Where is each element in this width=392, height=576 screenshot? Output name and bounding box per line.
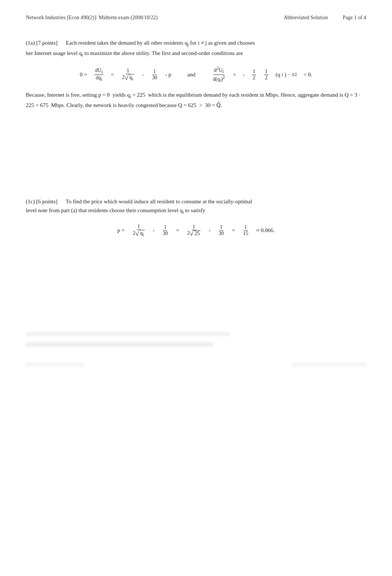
- section-1a-intro: (1a) [7 points] Each resident takes the …: [26, 38, 366, 59]
- redacted-col-right: [292, 362, 366, 370]
- section-1c-text3: to satisfy: [184, 207, 205, 213]
- num-1i: 1: [244, 224, 248, 231]
- section-1a: (1a) [7 points] Each resident takes the …: [26, 38, 366, 110]
- den-2a: 2: [252, 75, 256, 81]
- section-1a-text4: to maximize the above utility. The first…: [83, 50, 243, 56]
- frac-1-2a: 1 2: [252, 69, 256, 81]
- section-1a-text1: Each resident takes the demand by all ot…: [66, 40, 187, 46]
- sqrt-25: √25: [190, 230, 200, 237]
- redacted-line-left: [26, 362, 85, 367]
- redacted-two-col: [26, 362, 366, 370]
- redacted-line-right: [292, 362, 366, 367]
- equals4: =: [232, 227, 235, 234]
- num-1c: 1: [252, 69, 256, 75]
- sqrt-symbol-3: √: [190, 230, 193, 237]
- spacer-r2: [26, 351, 366, 358]
- minus-3: -: [153, 227, 155, 234]
- spacer-2: [26, 251, 366, 310]
- sub-i6: i: [282, 72, 283, 77]
- den-2sqrt-25: 2√25: [186, 230, 201, 237]
- frac-dUi-dqi: dUi dqi: [94, 68, 103, 82]
- num-1e: 1: [137, 224, 141, 230]
- sub-i-eq: i: [130, 94, 131, 99]
- equals3: =: [176, 227, 179, 234]
- minus-4: -: [209, 227, 210, 234]
- sqrt-symbol: √: [125, 75, 128, 81]
- frac-1-2sqrt-25: 1 2√25: [186, 224, 201, 237]
- and-label: and: [188, 72, 196, 78]
- equals1: =: [111, 72, 114, 78]
- sqrt-symbol-2: √: [135, 230, 139, 237]
- spacer-r1: [26, 340, 366, 342]
- frac-half: 1 2√qi: [121, 68, 135, 82]
- minus2: -: [243, 72, 245, 78]
- spacer-1: [26, 123, 366, 197]
- den-30c: 30: [218, 231, 224, 237]
- den-30: 30: [151, 75, 158, 81]
- lt-zero: < 0.: [303, 72, 312, 78]
- den-30b: 30: [162, 231, 169, 237]
- redacted-col-left: [26, 362, 85, 370]
- sqrt-content-25: 25: [194, 230, 200, 237]
- sup-2b: 2: [223, 75, 225, 80]
- num-1f: 1: [163, 224, 167, 231]
- abbreviated-solution-label: Abbreviated Solution: [283, 15, 328, 21]
- sqrt-qi-2: √qi: [135, 230, 145, 237]
- den-2b: 2: [264, 75, 268, 81]
- sqrt-qi: √qi: [125, 74, 134, 82]
- den-15: 15: [243, 231, 249, 237]
- equals2: =: [233, 72, 236, 78]
- section-1c-intro: (1c) [6 points] To find the price which …: [26, 197, 366, 216]
- math-block-foc-soc: 0 = dUi dqi = 1 2√qi - 1 30 - p and: [26, 66, 366, 83]
- section-1c: (1c) [6 points] To find the price which …: [26, 197, 366, 237]
- approx-val: ≈ 0.066.: [257, 227, 275, 234]
- sub-i: i: [102, 70, 103, 75]
- num-1h: 1: [219, 224, 223, 231]
- frac-1-15: 1 15: [243, 224, 249, 237]
- section-1c-text2: level note from part (a) that residents …: [26, 207, 182, 213]
- sup-2: 2: [217, 66, 219, 71]
- section-1a-label: (1a) [7 points]: [26, 40, 58, 46]
- frac-1-30c: 1 30: [218, 224, 224, 237]
- foc-zero: 0 =: [80, 72, 87, 78]
- num-1d: 1: [264, 69, 268, 75]
- section-1a-text3: her Internet usage level q: [26, 50, 82, 56]
- den-dqi2: d(qi)2: [212, 75, 226, 83]
- sub-i5: i: [220, 78, 221, 83]
- section-1c-text1: To find the price which would induce all…: [66, 199, 252, 204]
- frac-1-2b: 1 2: [264, 69, 268, 81]
- frac-den-dqi: dqi: [95, 75, 103, 82]
- sub-i4: i: [223, 70, 224, 75]
- math-block-1c: p = 1 2√qi - 1 30 = 1 2√25 - 1: [26, 224, 366, 237]
- course-title: Network Industries [Econ 490(2)]: Midter…: [26, 15, 283, 21]
- redacted-line-2: [26, 342, 213, 347]
- sqrt-content-qi2: qi: [140, 230, 145, 237]
- p-equals: p =: [117, 227, 125, 234]
- page-number: Page 1 of 4: [343, 15, 366, 21]
- sqrt-content-qi: qi: [129, 74, 134, 82]
- minus-p: - p: [165, 72, 171, 78]
- num-1g: 1: [192, 224, 196, 230]
- section-1c-label: (1c) [6 points]: [26, 199, 58, 204]
- redacted-content: [26, 332, 366, 370]
- bottom-section: [26, 332, 366, 370]
- frac-1-30: 1 30: [151, 69, 158, 81]
- num-d2Ui: d2Ui: [213, 66, 224, 75]
- den-2sqrt: 2√qi: [121, 74, 135, 82]
- sub-i-qi2: i: [143, 232, 144, 237]
- sub-i3: i: [132, 77, 133, 82]
- frac-d2Ui: d2Ui d(qi)2: [212, 66, 226, 83]
- num-1: 1: [126, 68, 130, 74]
- page: Network Industries [Econ 490(2)]: Midter…: [0, 0, 392, 576]
- course-title-text: Network Industries [Econ 490(2)]: Midter…: [26, 15, 158, 20]
- page-header: Network Industries [Econ 490(2)]: Midter…: [26, 15, 366, 21]
- redacted-line-1: [26, 332, 230, 336]
- frac-1-2sqrt-qi: 1 2√qi: [132, 224, 145, 237]
- frac-1-30b: 1 30: [162, 224, 169, 237]
- paragraph-after-foc: Because, Internet is free, setting p = 0…: [26, 90, 366, 110]
- minus1: -: [142, 72, 144, 78]
- sub-i2: i: [101, 77, 102, 82]
- header-right: Abbreviated Solution Page 1 of 4: [283, 15, 366, 21]
- frac-num-dUi: dUi: [94, 68, 103, 75]
- section-1a-text2: for i ≠ j as given and chooses: [189, 40, 255, 46]
